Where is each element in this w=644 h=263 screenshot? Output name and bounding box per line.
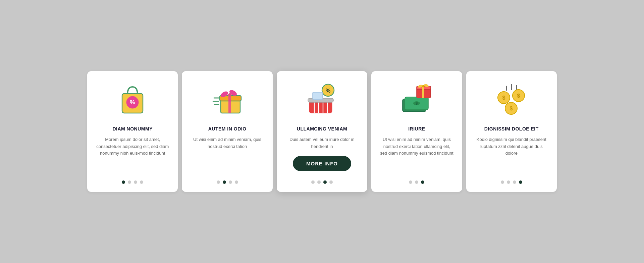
cards-container: % DIAM NONUMMY Morem ipsum dolor sit ame…	[87, 71, 557, 192]
svg-text:$: $	[509, 106, 513, 111]
card-body-3: Duis autem vel eum iriure dolor in hendr…	[285, 136, 359, 150]
dots-5	[501, 180, 522, 184]
dots-4	[409, 180, 424, 184]
more-info-button[interactable]: MORE INFO	[293, 156, 351, 171]
card-dignissim-doloe-eit: $ $ $ DIGNISSIM DOLOE EIT Kodio dignissi…	[466, 71, 557, 192]
dot-active	[223, 180, 226, 184]
card-diam-nonummy: % DIAM NONUMMY Morem ipsum dolor sit ame…	[87, 71, 178, 192]
dot	[217, 180, 220, 184]
dots-1	[122, 180, 143, 184]
card-body-5: Kodio dignissim qui blandit praesent lup…	[474, 136, 549, 174]
dot	[134, 180, 137, 184]
dot	[329, 180, 333, 184]
dots-3	[311, 180, 333, 184]
svg-text:%: %	[326, 88, 330, 94]
card-icon-money-gift: $	[398, 81, 435, 118]
svg-text:$: $	[517, 93, 520, 99]
card-body-2: Ut wisi enim ad minim veniam, quis nostr…	[190, 136, 264, 174]
dot	[317, 180, 321, 184]
dot-active	[519, 180, 522, 184]
dot-active	[323, 180, 327, 184]
card-icon-shopping-bag: %	[114, 81, 151, 118]
dot	[513, 180, 516, 184]
svg-rect-29	[422, 86, 424, 98]
card-body-1: Morem ipsum dolor sit amet, consectetuer…	[95, 136, 170, 174]
card-title-4: IRIURE	[408, 126, 425, 132]
dot	[311, 180, 315, 184]
svg-point-32	[422, 85, 425, 87]
dot	[229, 180, 232, 184]
card-icon-basket: %	[304, 81, 340, 118]
card-icon-coins: $ $ $	[493, 81, 530, 118]
card-title-1: DIAM NONUMMY	[112, 126, 153, 132]
card-title-3: ULLAMCING VENIAM	[297, 126, 347, 132]
card-autem-in-odio: AUTEM IN ODIO Ut wisi enim ad minim veni…	[182, 71, 272, 192]
svg-point-12	[228, 93, 231, 97]
dot	[507, 180, 510, 184]
dot	[128, 180, 131, 184]
card-title-2: AUTEM IN ODIO	[208, 126, 247, 132]
dot	[235, 180, 238, 184]
dot-active	[421, 180, 424, 184]
svg-rect-21	[313, 92, 323, 100]
dot-active	[122, 180, 125, 184]
card-body-4: Ut wisi enim ad minim veniam, quis nostr…	[379, 136, 454, 174]
card-iriure: $ IRIURE Ut wisi enim ad minim veniam, q…	[371, 71, 462, 192]
card-ullamcing-veniam: % ULLAMCING VENIAM Duis autem vel eum ir…	[277, 71, 367, 192]
dot	[501, 180, 504, 184]
svg-rect-8	[228, 100, 231, 113]
svg-text:%: %	[130, 99, 135, 106]
dot	[415, 180, 418, 184]
dots-2	[217, 180, 238, 184]
svg-text:$: $	[416, 101, 418, 105]
dot	[409, 180, 412, 184]
card-icon-gift-box	[209, 81, 246, 118]
card-title-5: DIGNISSIM DOLOE EIT	[484, 126, 539, 132]
dot	[140, 180, 143, 184]
svg-text:$: $	[502, 95, 505, 101]
